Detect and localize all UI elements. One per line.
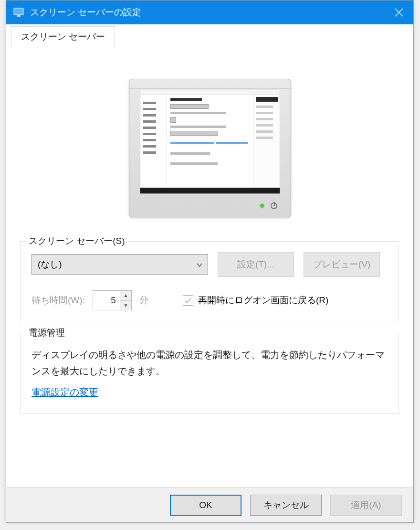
change-power-settings-link[interactable]: 電源設定の変更 [32,386,98,399]
resume-logon-label: 再開時にログオン画面に戻る(R) [198,294,328,307]
power-management-group: 電源管理 ディスプレイの明るさや他の電源の設定を調整して、電力を節約したりパフォ… [21,333,399,413]
spinner-up[interactable]: ▲ [120,291,131,301]
settings-button[interactable]: 設定(T)... [218,252,294,277]
monitor-power-icon [271,202,277,209]
window-title: スクリーン セーバーの設定 [30,6,385,19]
resume-logon-checkbox[interactable]: 再開時にログオン画面に戻る(R) [183,294,328,307]
ok-button[interactable]: OK [170,495,242,516]
titlebar: スクリーン セーバーの設定 [6,0,413,24]
preview-area [21,60,399,241]
tab-strip: スクリーン セーバー [6,24,413,48]
screen-saver-select-value: (なし) [38,258,62,271]
screen-saver-group: スクリーン セーバー(S) (なし) 設定(T)... プレビュー(V) 待ち時… [21,241,399,322]
checkbox-box [183,295,193,306]
screen-saver-settings-window: スクリーン セーバーの設定 スクリーン セーバー [6,0,414,523]
spinner-down[interactable]: ▼ [120,301,131,310]
screen-saver-legend: スクリーン セーバー(S) [26,235,128,247]
monitor-led-icon [260,204,264,208]
wait-time-value[interactable] [93,291,120,310]
app-icon [13,7,24,18]
apply-button[interactable]: 適用(A) [330,495,402,516]
screen-saver-select[interactable]: (なし) [32,254,208,275]
svg-rect-1 [17,15,21,17]
cancel-button[interactable]: キャンセル [250,495,322,516]
svg-rect-0 [14,8,23,15]
preview-button[interactable]: プレビュー(V) [304,252,380,277]
chevron-down-icon [196,259,203,270]
close-button[interactable] [385,0,413,24]
tab-screen-saver[interactable]: スクリーン セーバー [11,26,115,48]
wait-unit: 分 [139,294,148,307]
monitor-preview [129,79,291,217]
wait-time-input[interactable]: ▲ ▼ [93,290,132,310]
wait-label: 待ち時間(W): [32,294,85,307]
power-legend: 電源管理 [26,327,68,339]
dialog-footer: OK キャンセル 適用(A) [6,487,413,522]
power-description: ディスプレイの明るさや他の電源の設定を調整して、電力を節約したりパフォーマンスを… [32,347,388,379]
